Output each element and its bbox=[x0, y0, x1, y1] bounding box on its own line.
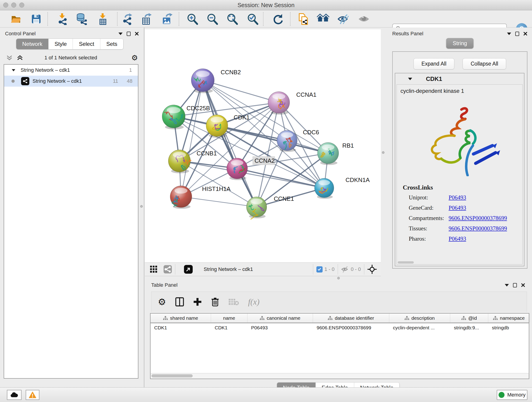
collapse-all-button[interactable]: Collapse All bbox=[462, 58, 506, 70]
zoom-fit-button[interactable] bbox=[226, 13, 239, 25]
table-cell[interactable]: stringdb:9... bbox=[450, 323, 488, 332]
crosslink-link-pharos-[interactable]: P06493 bbox=[449, 236, 466, 242]
node-CDC25B[interactable] bbox=[162, 105, 185, 129]
close-panel-icon[interactable] bbox=[135, 32, 139, 36]
scrollbar-thumb[interactable] bbox=[152, 374, 193, 377]
crosslink-link-uniprot-[interactable]: P06493 bbox=[449, 194, 466, 201]
network-overview-icon[interactable] bbox=[164, 265, 172, 274]
entry-expander-icon[interactable] bbox=[408, 78, 412, 80]
table-horizontal-scrollbar[interactable] bbox=[150, 373, 529, 379]
float-panel-icon[interactable] bbox=[513, 283, 517, 287]
node-CCNA2[interactable] bbox=[227, 158, 247, 180]
node-CCNE1[interactable] bbox=[247, 197, 267, 219]
column-header-shared-name[interactable]: shared name bbox=[151, 313, 211, 323]
column-header-name[interactable]: name bbox=[211, 313, 247, 323]
pan-crosshair-icon[interactable] bbox=[367, 265, 377, 274]
crosslink-link-tissues-[interactable]: 9606.ENSP00000378699 bbox=[449, 225, 507, 231]
import-table-button[interactable] bbox=[96, 13, 109, 25]
save-session-button[interactable] bbox=[30, 13, 43, 25]
table-options-gear-icon[interactable]: ⚙ bbox=[158, 297, 166, 306]
expand-all-icon[interactable] bbox=[17, 54, 23, 61]
table-cell[interactable]: CDK1 bbox=[151, 323, 211, 332]
show-all-button[interactable] bbox=[357, 13, 370, 25]
close-panel-icon[interactable] bbox=[523, 32, 527, 36]
tab-string[interactable]: String bbox=[446, 38, 474, 49]
close-panel-icon[interactable] bbox=[521, 283, 525, 287]
edge-CDC25B-CDKN1A[interactable] bbox=[174, 116, 324, 188]
tab-select[interactable]: Select bbox=[73, 39, 100, 49]
left-splitter-handle[interactable] bbox=[140, 205, 143, 208]
table-cell[interactable]: stringdb bbox=[488, 323, 530, 332]
collection-expander-icon[interactable] bbox=[12, 69, 15, 71]
entry-header[interactable]: CDK1 bbox=[395, 73, 524, 84]
function-builder-icon[interactable]: f(x) bbox=[248, 297, 260, 307]
column-header-description[interactable]: description bbox=[389, 313, 450, 323]
node-CDKN1A[interactable] bbox=[315, 178, 334, 199]
network-canvas[interactable]: CCNB2CCNA1CDC25BCDK1CDC6RB1CCNB1CCNA2CDK… bbox=[145, 29, 381, 262]
network-graph[interactable]: CCNB2CCNA1CDC25BCDK1CDC6RB1CCNB1CCNA2CDK… bbox=[145, 29, 381, 262]
window-controls[interactable] bbox=[3, 2, 24, 7]
panel-menu-icon[interactable] bbox=[505, 284, 509, 287]
memory-button[interactable]: Memory bbox=[497, 390, 527, 400]
delete-table-icon[interactable] bbox=[228, 298, 239, 306]
tab-sets[interactable]: Sets bbox=[100, 39, 123, 49]
node-CCNB1[interactable] bbox=[168, 150, 191, 173]
edge-HIST1H1A-CCNE1[interactable] bbox=[181, 197, 257, 207]
import-network-file-button[interactable] bbox=[56, 13, 69, 25]
first-neighbors-button[interactable] bbox=[317, 13, 330, 25]
crosslink-link-compartments-[interactable]: 9606.ENSP00000378699 bbox=[449, 215, 507, 221]
import-network-database-button[interactable] bbox=[75, 13, 88, 25]
column-header-namespace[interactable]: namespace bbox=[488, 313, 530, 323]
cloud-status-button[interactable] bbox=[7, 390, 22, 400]
tab-network[interactable]: Network bbox=[16, 39, 49, 49]
open-in-window-icon[interactable] bbox=[184, 265, 193, 274]
show-columns-icon[interactable] bbox=[175, 297, 184, 306]
table-cell[interactable]: 9606.ENSP00000378699 bbox=[313, 323, 389, 332]
edge-CCNB1-CDKN1A[interactable] bbox=[179, 161, 324, 188]
table-cell[interactable]: cyclin-dependent ... bbox=[389, 323, 450, 332]
duplicate-network-button[interactable] bbox=[297, 13, 310, 25]
table-cell[interactable]: P06493 bbox=[247, 323, 313, 332]
hide-selected-button[interactable] bbox=[337, 13, 350, 25]
network-collection-row[interactable]: String Network – cdk1 1 bbox=[4, 65, 138, 76]
network-row[interactable]: String Network – cdk1 11 48 bbox=[4, 76, 138, 87]
create-column-icon[interactable] bbox=[193, 298, 202, 306]
minimize-window-icon[interactable] bbox=[11, 2, 16, 7]
expand-all-button[interactable]: Expand All bbox=[413, 58, 455, 70]
tab-style[interactable]: Style bbox=[49, 39, 73, 49]
panel-menu-icon[interactable] bbox=[119, 32, 123, 35]
float-panel-icon[interactable] bbox=[515, 32, 519, 36]
column-header-database-identifier[interactable]: database identifier bbox=[313, 313, 389, 323]
maximize-window-icon[interactable] bbox=[19, 2, 24, 7]
table-row[interactable]: CDK1CDK1P064939606.ENSP00000378699cyclin… bbox=[151, 323, 529, 332]
bottom-splitter-handle[interactable] bbox=[337, 277, 340, 279]
delete-column-icon[interactable] bbox=[211, 297, 219, 306]
node-CCNA1[interactable] bbox=[268, 92, 290, 115]
column-header-canonical-name[interactable]: canonical name bbox=[247, 313, 313, 323]
export-image-button[interactable] bbox=[160, 13, 173, 25]
crosslink-link-genecard-[interactable]: P06493 bbox=[449, 205, 466, 211]
export-network-button[interactable] bbox=[121, 13, 133, 25]
warnings-button[interactable] bbox=[26, 390, 39, 400]
birds-eye-view-icon[interactable] bbox=[150, 265, 158, 273]
column-header--id[interactable]: @id bbox=[450, 313, 488, 323]
selected-indicator-checkbox[interactable] bbox=[317, 266, 323, 273]
network-options-gear-icon[interactable]: ⚙ bbox=[131, 54, 138, 61]
edge-CCNB2-CCNA1[interactable] bbox=[203, 80, 279, 102]
export-table-button[interactable] bbox=[140, 13, 152, 25]
node-HIST1H1A[interactable] bbox=[170, 186, 192, 209]
open-file-button[interactable] bbox=[10, 13, 22, 25]
right-splitter-handle[interactable] bbox=[382, 151, 385, 154]
zoom-in-button[interactable] bbox=[186, 13, 199, 25]
float-panel-icon[interactable] bbox=[127, 32, 131, 36]
node-RB1[interactable] bbox=[317, 143, 339, 165]
results-scrollbar-thumb[interactable] bbox=[398, 261, 414, 264]
zoom-out-button[interactable] bbox=[206, 13, 219, 25]
refresh-view-button[interactable] bbox=[272, 13, 285, 25]
panel-menu-icon[interactable] bbox=[507, 32, 511, 35]
collapse-all-icon[interactable] bbox=[6, 54, 13, 61]
zoom-selected-button[interactable] bbox=[246, 13, 259, 25]
node-CDK1[interactable] bbox=[206, 115, 228, 138]
close-window-icon[interactable] bbox=[3, 2, 8, 7]
table-cell[interactable]: CDK1 bbox=[211, 323, 247, 332]
